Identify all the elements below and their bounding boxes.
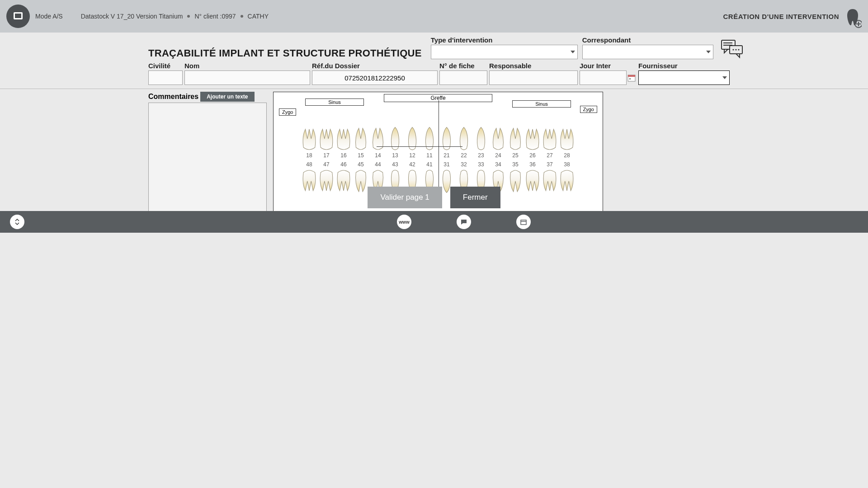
greffe-top-label[interactable]: Greffe <box>384 94 492 102</box>
tooth-21[interactable]: 21 <box>439 123 455 159</box>
tooth-num: 17 <box>323 152 329 159</box>
tooth-num: 21 <box>443 152 449 159</box>
separator-dot <box>187 15 190 18</box>
client-num-label: N° client : <box>194 13 222 20</box>
user-name: CATHY <box>248 13 269 20</box>
tooth-num: 22 <box>461 152 467 159</box>
chat-icon[interactable] <box>721 39 744 59</box>
zygo-right-label[interactable]: Zygo <box>580 106 597 113</box>
tooth-num: 26 <box>529 152 535 159</box>
label-ref-dossier: Réf.du Dossier <box>312 62 438 70</box>
field-type-intervention: Type d'intervention <box>431 36 578 59</box>
zygo-left-label[interactable]: Zygo <box>279 108 296 116</box>
logo-icon <box>11 9 25 23</box>
tooth-18[interactable]: 18 <box>301 123 317 159</box>
fields-row: Civilité Nom Réf.du Dossier N° de fiche … <box>0 59 868 85</box>
section-title: TRAÇABILITÉ IMPLANT ET STRUCTURE PROTHÉT… <box>148 47 422 59</box>
www-icon[interactable]: www <box>397 215 411 229</box>
tooth-num: 47 <box>323 161 329 168</box>
topbar: Mode A/S Datastock V 17_20 Version Titan… <box>0 0 868 33</box>
select-fournisseur[interactable] <box>638 70 730 85</box>
title-row: TRAÇABILITÉ IMPLANT ET STRUCTURE PROTHÉT… <box>0 36 868 59</box>
tooth-16[interactable]: 16 <box>335 123 352 159</box>
chat-bubble-icon[interactable] <box>457 215 471 229</box>
label-fournisseur: Fournisseur <box>638 62 730 70</box>
tooth-num: 15 <box>358 152 363 159</box>
svg-rect-1 <box>15 14 21 18</box>
tooth-num: 48 <box>306 161 312 168</box>
tooth-num: 28 <box>564 152 570 159</box>
version-label: Datastock V 17_20 Version Titanium <box>81 13 183 20</box>
calendar-footer-icon[interactable] <box>516 215 531 229</box>
svg-point-11 <box>732 49 734 50</box>
svg-marker-10 <box>736 54 740 57</box>
tooth-num: 36 <box>529 161 535 168</box>
svg-rect-17 <box>521 220 526 225</box>
tooth-15[interactable]: 15 <box>353 123 369 159</box>
tooth-num: 45 <box>358 161 363 168</box>
tooth-num: 14 <box>375 152 381 159</box>
input-jour-inter[interactable] <box>580 70 627 85</box>
tooth-27[interactable]: 27 <box>542 123 558 159</box>
tooth-num: 32 <box>461 161 467 168</box>
tooth-num: 25 <box>512 152 518 159</box>
tooth-num: 46 <box>340 161 346 168</box>
separator-dot <box>241 15 243 18</box>
tooth-25[interactable]: 25 <box>507 123 524 159</box>
select-correspondant[interactable] <box>582 45 713 59</box>
mode-label: Mode A/S <box>35 13 63 20</box>
label-correspondant: Correspondant <box>582 36 713 44</box>
tooth-num: 24 <box>495 152 501 159</box>
tooth-23[interactable]: 23 <box>473 123 489 159</box>
input-civilite[interactable] <box>148 70 183 85</box>
upper-teeth-row: 18 17 16 15 14 13 <box>301 123 575 159</box>
cross-horizontal <box>377 146 462 147</box>
tooth-11[interactable]: 11 <box>421 123 438 159</box>
select-type-intervention[interactable] <box>431 45 578 59</box>
tooth-13[interactable]: 13 <box>387 123 403 159</box>
input-ref-dossier[interactable] <box>312 70 438 85</box>
svg-point-12 <box>735 49 736 50</box>
label-num-fiche: N° de fiche <box>439 62 487 70</box>
tooth-17[interactable]: 17 <box>318 123 335 159</box>
add-text-button[interactable]: Ajouter un texte <box>200 92 254 102</box>
tooth-14[interactable]: 14 <box>370 123 386 159</box>
comments-label: Commentaires <box>148 93 198 101</box>
svg-rect-16 <box>629 78 631 80</box>
tooth-num: 35 <box>512 161 518 168</box>
tooth-22[interactable]: 22 <box>456 123 472 159</box>
tooth-num: 11 <box>426 152 432 159</box>
tooth-num: 37 <box>547 161 552 168</box>
calendar-icon[interactable] <box>627 71 637 84</box>
tooth-num: 18 <box>306 152 312 159</box>
input-nom[interactable] <box>184 70 310 85</box>
tooth-num: 33 <box>478 161 484 168</box>
validate-button[interactable]: Valider page 1 <box>368 187 442 208</box>
label-civilite: Civilité <box>148 62 183 70</box>
tooth-12[interactable]: 12 <box>404 123 420 159</box>
label-type-intervention: Type d'intervention <box>431 36 578 44</box>
tooth-24[interactable]: 24 <box>490 123 506 159</box>
input-responsable[interactable] <box>489 70 578 85</box>
tooth-add-icon[interactable] <box>844 7 862 25</box>
input-num-fiche[interactable] <box>439 70 487 85</box>
label-jour-inter: Jour Inter <box>580 62 637 70</box>
tooth-26[interactable]: 26 <box>524 123 541 159</box>
tooth-num: 44 <box>375 161 381 168</box>
tooth-28[interactable]: 28 <box>559 123 575 159</box>
svg-point-13 <box>738 49 739 50</box>
tooth-num: 42 <box>409 161 415 168</box>
expand-icon[interactable] <box>10 215 24 229</box>
tooth-num: 16 <box>340 152 346 159</box>
sinus-left-label[interactable]: Sinus <box>305 99 364 106</box>
page-title-header: CRÉATION D'UNE INTERVENTION <box>723 13 839 20</box>
close-button[interactable]: Fermer <box>450 187 500 208</box>
field-correspondant: Correspondant <box>582 36 713 59</box>
tooth-num: 38 <box>564 161 570 168</box>
label-nom: Nom <box>184 62 310 70</box>
sinus-right-label[interactable]: Sinus <box>512 100 571 108</box>
tooth-num: 43 <box>392 161 398 168</box>
action-buttons: Valider page 1 Fermer <box>0 187 868 208</box>
tooth-num: 13 <box>392 152 398 159</box>
topbar-meta: Datastock V 17_20 Version Titanium N° cl… <box>81 13 269 20</box>
